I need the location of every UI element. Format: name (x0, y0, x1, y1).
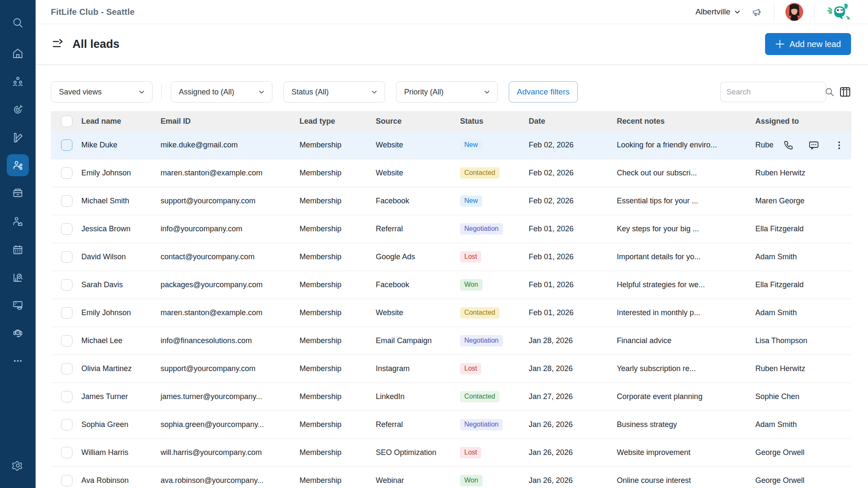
row-checkbox[interactable] (61, 307, 72, 319)
table-row[interactable]: Olivia Martinezsupport@yourcompany.comMe… (51, 355, 851, 383)
table-row[interactable]: Mike Dukemike.duke@gmail.comMembershipWe… (51, 131, 851, 159)
add-new-lead-button[interactable]: Add new lead (765, 33, 851, 55)
recent-note: Essential tips for your ... (617, 197, 755, 205)
sidebar-item-billing[interactable] (7, 294, 29, 316)
assigned-to: Adam Smith (755, 252, 797, 261)
table-row[interactable]: Ava Robinsonava.robinson@yourcompany...M… (51, 467, 851, 488)
row-checkbox[interactable] (61, 391, 72, 402)
search-input[interactable] (727, 88, 825, 97)
status-badge: Won (460, 279, 483, 290)
assigned-to: Adam Smith (755, 308, 797, 317)
table-row[interactable]: David Wilsoncontact@yourcompany.comMembe… (51, 243, 851, 271)
filter-dropdown[interactable]: Status (All) (283, 81, 385, 103)
branch-selector[interactable]: Albertville (696, 7, 740, 17)
row-checkbox[interactable] (61, 363, 72, 374)
row-checkbox[interactable] (61, 419, 72, 430)
sidebar-item-settings-gear[interactable] (7, 455, 29, 477)
lead-type: Membership (300, 252, 376, 261)
sidebar-item-support-headset[interactable] (7, 322, 29, 344)
lead-type: Membership (300, 197, 376, 205)
row-checkbox[interactable] (61, 447, 72, 458)
table-row[interactable]: Sophia Greensophia.green@yourcompany...M… (51, 411, 851, 439)
table-row[interactable]: Sarah Davispackages@yourcompany.comMembe… (51, 271, 851, 299)
lead-date: Jan 28, 2026 (529, 364, 617, 373)
sidebar-item-target[interactable] (7, 99, 29, 121)
saved-views-dropdown[interactable]: Saved views (51, 81, 153, 103)
sidebar-item-team[interactable] (7, 70, 29, 92)
lead-name: Olivia Martinez (81, 364, 161, 373)
plus-icon (775, 39, 785, 49)
table-row[interactable]: James Turnerjames.turner@yourcompany...M… (51, 383, 851, 411)
megaphone-icon[interactable] (751, 6, 763, 18)
kebab-menu-icon[interactable] (834, 140, 845, 151)
lead-date: Feb 01, 2026 (529, 252, 617, 261)
lead-email: contact@yourcompany.com (161, 252, 300, 261)
assigned-to: Ella Fitzgerald (755, 280, 804, 289)
row-checkbox[interactable] (61, 475, 72, 486)
table-row[interactable]: Emily Johnsonmaren.stanton@example.comMe… (51, 159, 851, 187)
lead-email: sophia.green@yourcompany... (161, 420, 300, 429)
table-row[interactable]: Michael Smithsupport@yourcompany.comMemb… (51, 187, 851, 215)
assigned-to: Lisa Thompson (755, 336, 807, 345)
status-badge: Contacted (460, 167, 499, 178)
lead-type: Membership (300, 280, 376, 289)
sidebar-item-more-ellipsis[interactable] (7, 350, 29, 372)
row-checkbox[interactable] (61, 139, 72, 151)
lead-date: Jan 26, 2026 (529, 476, 617, 485)
table-row[interactable]: Emily Johnsonmaren.stanton@example.comMe… (51, 299, 851, 327)
status-badge: Contacted (460, 307, 499, 318)
support-headset-icon (12, 327, 24, 339)
filter-dropdown[interactable]: Assigned to (All) (171, 81, 272, 103)
sidebar-item-home[interactable] (7, 42, 29, 64)
filter-dropdown[interactable]: Priority (All) (396, 81, 498, 103)
advance-filters-button[interactable]: Advance filters (509, 81, 578, 103)
lead-source: Facebook (376, 280, 460, 289)
lead-type: Membership (300, 448, 376, 457)
phone-icon[interactable] (783, 140, 794, 151)
row-checkbox[interactable] (61, 195, 72, 207)
lead-date: Feb 01, 2026 (529, 308, 617, 317)
lead-date: Feb 02, 2026 (529, 169, 617, 177)
row-checkbox[interactable] (61, 167, 72, 179)
status-badge: New (460, 195, 482, 206)
sidebar-item-search[interactable] (7, 12, 29, 34)
lead-name: Michael Lee (81, 336, 161, 345)
sidebar-item-analytics[interactable] (7, 266, 29, 288)
lead-source: Referral (376, 420, 460, 429)
status-badge: Negotiation (460, 335, 503, 346)
row-checkbox[interactable] (61, 223, 72, 235)
page-header: All leads Add new lead (36, 24, 868, 65)
table-row[interactable]: Michael Leeinfo@financesolutions.comMemb… (51, 327, 851, 355)
row-checkbox[interactable] (61, 251, 72, 263)
user-avatar[interactable] (785, 3, 803, 21)
mascot-logo[interactable] (826, 2, 851, 22)
chevron-down-icon (139, 89, 144, 95)
sidebar-item-leads[interactable] (7, 154, 29, 176)
sidebar-item-calendar[interactable] (7, 239, 29, 261)
sidebar-item-design[interactable] (7, 127, 29, 149)
lead-email: support@yourcompany.com (161, 197, 300, 205)
topbar: FitLife Club - Seattle Albertville (36, 0, 868, 24)
lead-source: Referral (376, 225, 460, 233)
leads-table: Lead nameEmail IDLead typeSourceStatusDa… (51, 111, 851, 488)
column-header: Recent notes (617, 117, 755, 126)
sidebar-item-package[interactable] (7, 182, 29, 204)
lead-source: SEO Optimization (376, 448, 460, 457)
select-all-checkbox[interactable] (61, 116, 72, 127)
sidebar-item-member-crown[interactable] (7, 211, 29, 233)
chat-icon[interactable] (808, 140, 819, 151)
table-row[interactable]: William Harriswill.harris@yourcompany.co… (51, 439, 851, 467)
design-icon (12, 132, 24, 144)
lead-email: ava.robinson@yourcompany... (161, 476, 300, 485)
lead-date: Jan 26, 2026 (529, 448, 617, 457)
assigned-to: Adam Smith (755, 420, 797, 429)
table-row[interactable]: Jessica Browninfo@yourcompany.comMembers… (51, 215, 851, 243)
recent-note: Yearly subscription re... (617, 364, 755, 373)
manage-columns-icon[interactable] (839, 86, 851, 98)
column-header: Assigned to (755, 117, 851, 126)
row-checkbox[interactable] (61, 335, 72, 347)
column-header: Lead type (300, 117, 376, 126)
lead-source: Webinar (376, 476, 460, 485)
lead-email: will.harris@yourcompany.com (161, 448, 300, 457)
row-checkbox[interactable] (61, 279, 72, 291)
